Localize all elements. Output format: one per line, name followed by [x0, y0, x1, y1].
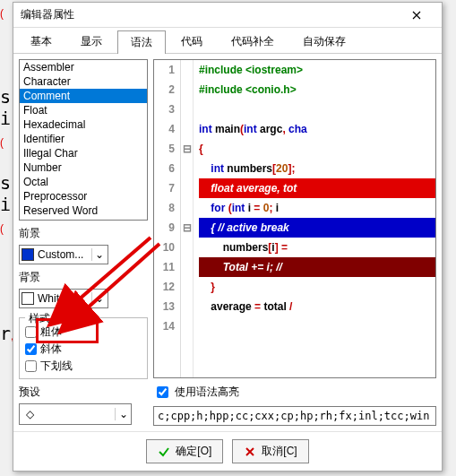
list-item[interactable]: Preprocessor — [20, 189, 147, 203]
enable-highlight-label: 使用语法高亮 — [175, 385, 239, 400]
foreground-label: 前景 — [19, 226, 148, 241]
enable-highlight-checkbox[interactable] — [157, 386, 168, 398]
cancel-label: 取消[C] — [262, 444, 297, 459]
list-item[interactable]: Number — [20, 160, 147, 175]
titlebar: 编辑器属性 — [13, 3, 442, 28]
list-item[interactable]: Illegal Char — [20, 146, 147, 160]
background-label: 背景 — [19, 270, 148, 285]
code-preview: 1234567891011121314 ⊟⊟ #include <iostrea… — [153, 59, 436, 378]
background-swatch — [22, 292, 34, 305]
tab-autosave[interactable]: 自动保存 — [289, 30, 359, 53]
list-item[interactable]: Octal — [20, 175, 147, 189]
chevron-down-icon: ⌄ — [91, 248, 106, 261]
editor-properties-dialog: 编辑器属性 基本 显示 语法 代码 代码补全 自动保存 AssemblerCha… — [13, 2, 443, 472]
list-item[interactable]: Comment — [20, 89, 147, 103]
ok-label: 确定[O] — [176, 444, 211, 459]
preset-combo[interactable]: ◇ ⌄ — [19, 403, 132, 425]
list-item[interactable]: Reserved Word — [20, 203, 147, 218]
foreground-swatch — [22, 248, 34, 261]
dialog-title: 编辑器属性 — [21, 7, 399, 22]
close-icon — [412, 11, 421, 20]
chevron-down-icon: ⌄ — [115, 408, 131, 420]
underline-label: 下划线 — [40, 359, 73, 374]
ok-button[interactable]: 确定[O] — [146, 439, 223, 463]
tab-basic[interactable]: 基本 — [17, 30, 65, 53]
underline-checkbox[interactable] — [25, 360, 37, 372]
check-icon — [158, 446, 170, 458]
extensions-input[interactable] — [153, 406, 436, 426]
list-item[interactable]: Assembler — [20, 60, 147, 74]
tab-display[interactable]: 显示 — [67, 30, 116, 53]
italic-checkbox-row[interactable]: 斜体 — [25, 341, 142, 358]
preset-label: 预设 — [19, 385, 148, 400]
x-icon — [244, 446, 256, 458]
dialog-footer: 确定[O] 取消[C] — [13, 431, 442, 471]
bold-label: 粗体 — [40, 325, 62, 340]
enable-highlight-row[interactable]: 使用语法高亮 — [153, 384, 436, 401]
chevron-down-icon: ⌄ — [91, 292, 106, 305]
style-group-title: 样式 — [25, 311, 54, 326]
style-group: 样式 粗体 斜体 下划线 — [19, 317, 148, 379]
tab-bar: 基本 显示 语法 代码 代码补全 自动保存 — [13, 28, 442, 54]
tab-completion[interactable]: 代码补全 — [218, 30, 288, 53]
foreground-value: Custom... — [38, 248, 91, 261]
syntax-element-list[interactable]: AssemblerCharacterCommentFloatHexadecima… — [19, 59, 148, 221]
tab-code[interactable]: 代码 — [168, 30, 216, 53]
bold-checkbox[interactable] — [25, 326, 37, 338]
list-item[interactable]: Float — [20, 103, 147, 117]
close-button[interactable] — [399, 4, 434, 26]
tab-syntax[interactable]: 语法 — [117, 30, 166, 54]
foreground-combo[interactable]: Custom... ⌄ — [19, 245, 108, 264]
background-value: White — [38, 292, 91, 305]
underline-checkbox-row[interactable]: 下划线 — [25, 358, 142, 375]
list-item[interactable]: Identifier — [20, 132, 147, 146]
list-item[interactable]: Character — [20, 74, 147, 89]
list-item[interactable]: Hexadecimal — [20, 117, 147, 132]
background-combo[interactable]: White ⌄ — [19, 289, 108, 308]
preset-icon: ◇ — [20, 408, 39, 420]
italic-label: 斜体 — [40, 342, 62, 357]
italic-checkbox[interactable] — [25, 343, 37, 355]
cancel-button[interactable]: 取消[C] — [232, 439, 308, 463]
